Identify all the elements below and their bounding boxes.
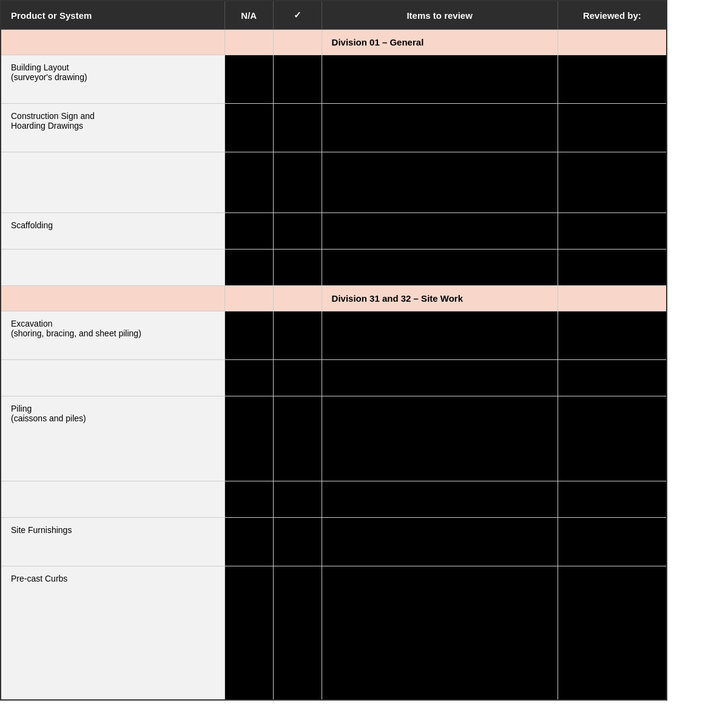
check-cell[interactable] <box>273 55 322 104</box>
section-check-cell <box>273 286 322 311</box>
section-na-cell <box>224 30 273 55</box>
check-cell[interactable] <box>273 213 322 250</box>
items-cell[interactable] <box>322 481 558 518</box>
items-cell[interactable] <box>322 360 558 396</box>
product-cell: Excavation(shoring, bracing, and sheet p… <box>1 311 224 360</box>
reviewed-cell[interactable] <box>558 360 667 396</box>
table-row <box>1 360 667 396</box>
reviewed-cell[interactable] <box>558 311 667 360</box>
reviewed-cell[interactable] <box>558 250 667 286</box>
section-check-cell <box>273 30 322 55</box>
section-row: Division 01 – General <box>1 30 667 55</box>
table-row: Building Layout(surveyor's drawing) <box>1 55 667 104</box>
product-cell: Scaffolding <box>1 213 224 250</box>
items-cell[interactable] <box>322 311 558 360</box>
product-cell: Piling(caissons and piles) <box>1 396 224 481</box>
table-row: Piling(caissons and piles) <box>1 396 667 481</box>
na-cell[interactable] <box>224 360 273 396</box>
reviewed-cell[interactable] <box>558 518 667 566</box>
check-cell[interactable] <box>273 360 322 396</box>
reviewed-cell[interactable] <box>558 104 667 152</box>
check-cell[interactable] <box>273 311 322 360</box>
check-cell[interactable] <box>273 566 322 700</box>
items-cell[interactable] <box>322 55 558 104</box>
product-cell <box>1 481 224 518</box>
na-cell[interactable] <box>224 396 273 481</box>
na-cell[interactable] <box>224 566 273 700</box>
reviewed-cell[interactable] <box>558 152 667 213</box>
section-reviewed-cell <box>558 286 667 311</box>
table-row: Site Furnishings <box>1 518 667 566</box>
items-cell[interactable] <box>322 250 558 286</box>
items-cell[interactable] <box>322 518 558 566</box>
check-cell[interactable] <box>273 152 322 213</box>
section-na-cell <box>224 286 273 311</box>
na-cell[interactable] <box>224 213 273 250</box>
table-row: Scaffolding <box>1 213 667 250</box>
na-cell[interactable] <box>224 518 273 566</box>
na-cell[interactable] <box>224 152 273 213</box>
section-label-cell <box>1 286 224 311</box>
na-cell[interactable] <box>224 250 273 286</box>
na-cell[interactable] <box>224 311 273 360</box>
na-cell[interactable] <box>224 55 273 104</box>
check-cell[interactable] <box>273 518 322 566</box>
table-row <box>1 250 667 286</box>
reviewed-cell[interactable] <box>558 213 667 250</box>
reviewed-cell[interactable] <box>558 566 667 700</box>
table-row <box>1 152 667 213</box>
product-cell <box>1 360 224 396</box>
check-cell[interactable] <box>273 250 322 286</box>
header-items: Items to review <box>322 1 558 30</box>
table-row: Pre-cast Curbs <box>1 566 667 700</box>
section-label-cell <box>1 30 224 55</box>
section-title: Division 01 – General <box>322 30 558 55</box>
header-na: N/A <box>224 1 273 30</box>
header-reviewed: Reviewed by: <box>558 1 667 30</box>
na-cell[interactable] <box>224 104 273 152</box>
items-cell[interactable] <box>322 566 558 700</box>
product-cell: Site Furnishings <box>1 518 224 566</box>
table-row <box>1 481 667 518</box>
reviewed-cell[interactable] <box>558 396 667 481</box>
check-cell[interactable] <box>273 104 322 152</box>
section-row: Division 31 and 32 – Site Work <box>1 286 667 311</box>
section-reviewed-cell <box>558 30 667 55</box>
table-row: Excavation(shoring, bracing, and sheet p… <box>1 311 667 360</box>
product-cell: Building Layout(surveyor's drawing) <box>1 55 224 104</box>
product-cell: Pre-cast Curbs <box>1 566 224 700</box>
check-cell[interactable] <box>273 396 322 481</box>
product-cell <box>1 250 224 286</box>
table-row: Construction Sign andHoarding Drawings <box>1 104 667 152</box>
na-cell[interactable] <box>224 481 273 518</box>
product-cell: Construction Sign andHoarding Drawings <box>1 104 224 152</box>
items-cell[interactable] <box>322 152 558 213</box>
items-cell[interactable] <box>322 104 558 152</box>
product-cell <box>1 152 224 213</box>
items-cell[interactable] <box>322 213 558 250</box>
reviewed-cell[interactable] <box>558 481 667 518</box>
section-title: Division 31 and 32 – Site Work <box>322 286 558 311</box>
header-check: ✓ <box>273 1 322 30</box>
reviewed-cell[interactable] <box>558 55 667 104</box>
items-cell[interactable] <box>322 396 558 481</box>
header-product: Product or System <box>1 1 224 30</box>
check-cell[interactable] <box>273 481 322 518</box>
